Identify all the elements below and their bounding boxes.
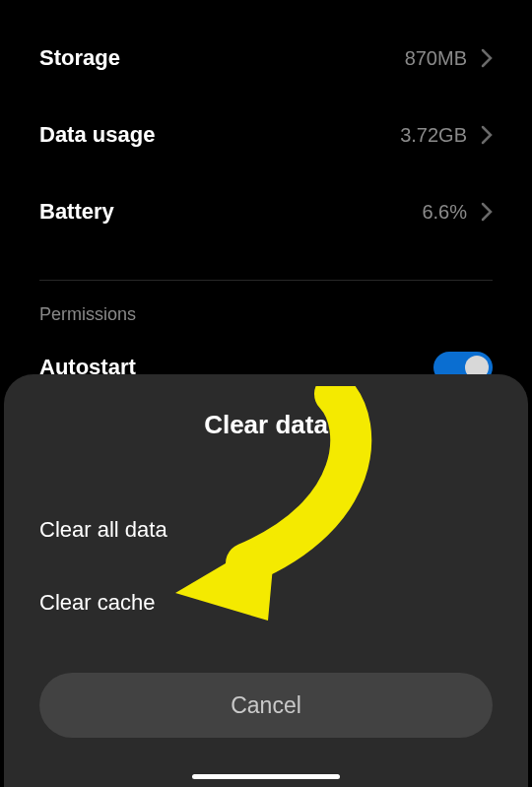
data-usage-value: 3.72GB — [400, 124, 467, 147]
chevron-right-icon — [481, 48, 493, 68]
divider — [39, 280, 493, 281]
storage-value: 870MB — [405, 47, 467, 70]
row-right: 3.72GB — [400, 124, 493, 147]
storage-label: Storage — [39, 45, 120, 71]
clear-data-sheet: Clear data Clear all data Clear cache Ca… — [4, 374, 528, 787]
data-usage-label: Data usage — [39, 122, 155, 148]
row-right: 870MB — [405, 47, 493, 70]
data-usage-row[interactable]: Data usage 3.72GB — [39, 97, 493, 173]
battery-value: 6.6% — [422, 201, 467, 224]
chevron-right-icon — [481, 202, 493, 222]
home-indicator[interactable] — [192, 774, 340, 779]
battery-row[interactable]: Battery 6.6% — [39, 173, 493, 250]
clear-all-data-option[interactable]: Clear all data — [39, 493, 493, 566]
settings-list: Storage 870MB Data usage 3.72GB Battery … — [0, 0, 532, 392]
chevron-right-icon — [481, 125, 493, 145]
cancel-button[interactable]: Cancel — [39, 673, 493, 738]
sheet-title: Clear data — [39, 410, 493, 440]
storage-row[interactable]: Storage 870MB — [39, 20, 493, 97]
battery-label: Battery — [39, 199, 114, 225]
permissions-header: Permissions — [39, 304, 493, 325]
clear-cache-option[interactable]: Clear cache — [39, 566, 493, 639]
row-right: 6.6% — [422, 201, 493, 224]
